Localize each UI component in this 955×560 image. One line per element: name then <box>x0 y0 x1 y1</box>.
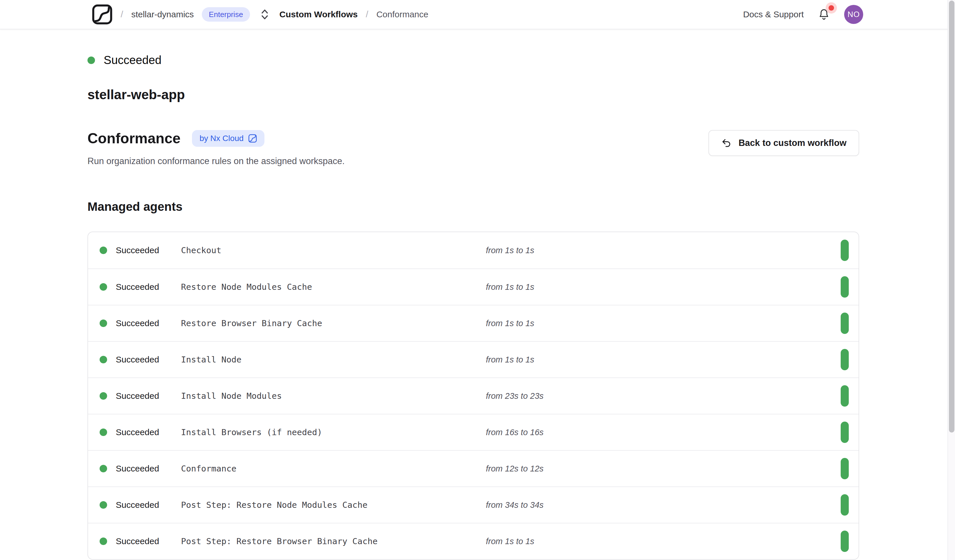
step-status-dot-icon <box>100 429 107 436</box>
step-duration-bar <box>841 385 849 407</box>
step-name: Checkout <box>181 245 486 255</box>
step-name: Restore Node Modules Cache <box>181 282 486 292</box>
step-status-dot-icon <box>100 356 107 363</box>
step-status-label: Succeeded <box>116 245 181 255</box>
step-row[interactable]: Succeeded Post Step: Restore Browser Bin… <box>88 523 859 559</box>
main-content: Succeeded stellar-web-app Conformance by… <box>0 54 955 560</box>
status-dot-icon <box>88 56 95 64</box>
status-label: Succeeded <box>103 54 161 67</box>
step-name: Post Step: Restore Node Modules Cache <box>181 500 486 510</box>
step-name: Conformance <box>181 464 486 474</box>
nx-cloud-logo-icon <box>92 4 113 25</box>
page-scrollbar <box>947 0 955 560</box>
step-status-label: Succeeded <box>116 318 181 328</box>
workspace-title: stellar-web-app <box>88 87 859 102</box>
page-title: Conformance <box>88 130 180 147</box>
step-status-dot-icon <box>100 320 107 327</box>
step-timing: from 1s to 1s <box>486 355 534 365</box>
step-status-dot-icon <box>100 392 107 400</box>
by-nx-cloud-badge[interactable]: by Nx Cloud <box>192 130 265 147</box>
workflow-header: Conformance by Nx Cloud Run organization… <box>88 130 859 166</box>
step-status-dot-icon <box>100 501 107 509</box>
step-status-label: Succeeded <box>116 427 181 437</box>
step-duration-bar <box>841 421 849 443</box>
notifications-button[interactable] <box>817 8 830 21</box>
step-name: Install Browsers (if needed) <box>181 427 486 437</box>
step-timing: from 1s to 1s <box>486 319 534 328</box>
avatar[interactable]: NO <box>844 5 863 24</box>
step-timing: from 34s to 34s <box>486 500 543 510</box>
step-row[interactable]: Succeeded Install Node Modules from 23s … <box>88 377 859 414</box>
step-status-label: Succeeded <box>116 391 181 401</box>
step-row[interactable]: Succeeded Conformance from 12s to 12s <box>88 450 859 487</box>
step-row[interactable]: Succeeded Install Node from 1s to 1s <box>88 341 859 377</box>
step-duration-bar <box>841 530 849 552</box>
arrow-uturn-left-icon <box>721 138 731 148</box>
nx-cloud-external-icon <box>248 134 257 143</box>
step-duration-bar <box>841 458 849 479</box>
managed-agents-heading: Managed agents <box>88 200 859 214</box>
step-status-label: Succeeded <box>116 464 181 474</box>
back-to-custom-workflow-button[interactable]: Back to custom workflow <box>708 130 859 156</box>
workflow-description: Run organization conformance rules on th… <box>88 156 345 166</box>
step-row[interactable]: Succeeded Post Step: Restore Node Module… <box>88 487 859 523</box>
step-duration-bar <box>841 349 849 370</box>
step-row[interactable]: Succeeded Restore Node Modules Cache fro… <box>88 268 859 305</box>
step-duration-bar <box>841 313 849 334</box>
back-button-label: Back to custom workflow <box>739 138 847 148</box>
steps-card: Succeeded Checkout from 1s to 1s Succeed… <box>88 232 859 560</box>
step-duration-bar <box>841 276 849 298</box>
breadcrumb-separator: / <box>366 9 368 20</box>
step-status-dot-icon <box>100 465 107 472</box>
step-duration-bar <box>841 240 849 261</box>
workflow-header-left: Conformance by Nx Cloud Run organization… <box>88 130 345 166</box>
org-switcher-button[interactable] <box>259 7 271 22</box>
step-status-label: Succeeded <box>116 500 181 510</box>
run-status: Succeeded <box>88 54 859 67</box>
bell-icon <box>817 8 830 21</box>
step-status-label: Succeeded <box>116 355 181 365</box>
step-status-dot-icon <box>100 283 107 291</box>
step-name: Post Step: Restore Browser Binary Cache <box>181 537 486 546</box>
step-name: Install Node Modules <box>181 391 486 401</box>
navbar-right: Docs & Support NO <box>743 5 863 24</box>
step-duration-bar <box>841 494 849 516</box>
by-nx-cloud-label: by Nx Cloud <box>199 134 244 143</box>
enterprise-badge: Enterprise <box>202 7 250 22</box>
step-timing: from 1s to 1s <box>486 537 534 546</box>
step-row[interactable]: Succeeded Install Browsers (if needed) f… <box>88 414 859 450</box>
step-timing: from 1s to 1s <box>486 246 534 255</box>
step-status-dot-icon <box>100 538 107 545</box>
top-navbar: / stellar-dynamics Enterprise Custom Wor… <box>0 0 955 30</box>
nx-cloud-logo[interactable] <box>92 4 113 25</box>
step-timing: from 1s to 1s <box>486 282 534 292</box>
scrollbar-thumb[interactable] <box>949 1 954 432</box>
breadcrumb-section[interactable]: Custom Workflows <box>279 9 358 19</box>
step-row[interactable]: Succeeded Restore Browser Binary Cache f… <box>88 305 859 341</box>
step-row[interactable]: Succeeded Checkout from 1s to 1s <box>88 232 859 268</box>
steps-list: Succeeded Checkout from 1s to 1s Succeed… <box>88 232 859 559</box>
step-status-label: Succeeded <box>116 282 181 292</box>
step-status-dot-icon <box>100 246 107 254</box>
step-status-label: Succeeded <box>116 537 181 546</box>
step-timing: from 23s to 23s <box>486 391 543 401</box>
org-name[interactable]: stellar-dynamics <box>132 9 194 19</box>
step-name: Restore Browser Binary Cache <box>181 318 486 328</box>
notification-ping-icon <box>828 5 834 11</box>
chevrons-up-down-icon <box>260 8 269 21</box>
step-timing: from 12s to 12s <box>486 464 543 474</box>
breadcrumb-separator: / <box>121 9 123 20</box>
breadcrumb-page: Conformance <box>376 9 428 19</box>
step-timing: from 16s to 16s <box>486 427 543 437</box>
step-name: Install Node <box>181 355 486 365</box>
docs-support-link[interactable]: Docs & Support <box>743 9 804 19</box>
breadcrumb: / stellar-dynamics Enterprise Custom Wor… <box>92 4 428 25</box>
